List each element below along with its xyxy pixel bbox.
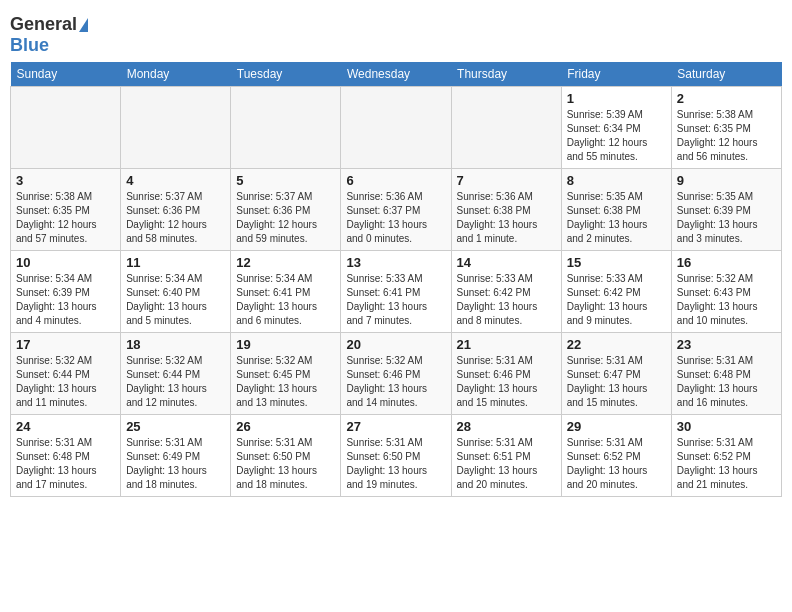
day-info: Sunrise: 5:38 AMSunset: 6:35 PMDaylight:…	[677, 109, 758, 162]
calendar-cell: 16 Sunrise: 5:32 AMSunset: 6:43 PMDaylig…	[671, 251, 781, 333]
calendar-cell: 19 Sunrise: 5:32 AMSunset: 6:45 PMDaylig…	[231, 333, 341, 415]
day-info: Sunrise: 5:32 AMSunset: 6:45 PMDaylight:…	[236, 355, 317, 408]
day-info: Sunrise: 5:37 AMSunset: 6:36 PMDaylight:…	[236, 191, 317, 244]
day-number: 30	[677, 419, 776, 434]
calendar-cell: 22 Sunrise: 5:31 AMSunset: 6:47 PMDaylig…	[561, 333, 671, 415]
day-number: 3	[16, 173, 115, 188]
logo-triangle-icon	[79, 18, 88, 32]
day-number: 21	[457, 337, 556, 352]
calendar-week-row: 3 Sunrise: 5:38 AMSunset: 6:35 PMDayligh…	[11, 169, 782, 251]
day-number: 20	[346, 337, 445, 352]
calendar-cell: 28 Sunrise: 5:31 AMSunset: 6:51 PMDaylig…	[451, 415, 561, 497]
day-number: 25	[126, 419, 225, 434]
page-header: General Blue	[10, 10, 782, 56]
calendar-cell: 20 Sunrise: 5:32 AMSunset: 6:46 PMDaylig…	[341, 333, 451, 415]
day-number: 16	[677, 255, 776, 270]
day-info: Sunrise: 5:34 AMSunset: 6:40 PMDaylight:…	[126, 273, 207, 326]
calendar-cell: 8 Sunrise: 5:35 AMSunset: 6:38 PMDayligh…	[561, 169, 671, 251]
day-number: 10	[16, 255, 115, 270]
day-number: 28	[457, 419, 556, 434]
calendar-cell: 13 Sunrise: 5:33 AMSunset: 6:41 PMDaylig…	[341, 251, 451, 333]
logo: General Blue	[10, 10, 88, 56]
day-number: 19	[236, 337, 335, 352]
calendar-cell: 21 Sunrise: 5:31 AMSunset: 6:46 PMDaylig…	[451, 333, 561, 415]
weekday-header-tuesday: Tuesday	[231, 62, 341, 87]
day-info: Sunrise: 5:39 AMSunset: 6:34 PMDaylight:…	[567, 109, 648, 162]
day-number: 1	[567, 91, 666, 106]
day-info: Sunrise: 5:31 AMSunset: 6:49 PMDaylight:…	[126, 437, 207, 490]
weekday-header-saturday: Saturday	[671, 62, 781, 87]
day-info: Sunrise: 5:38 AMSunset: 6:35 PMDaylight:…	[16, 191, 97, 244]
day-info: Sunrise: 5:32 AMSunset: 6:44 PMDaylight:…	[16, 355, 97, 408]
day-number: 22	[567, 337, 666, 352]
day-info: Sunrise: 5:31 AMSunset: 6:52 PMDaylight:…	[567, 437, 648, 490]
weekday-header-sunday: Sunday	[11, 62, 121, 87]
calendar-cell: 7 Sunrise: 5:36 AMSunset: 6:38 PMDayligh…	[451, 169, 561, 251]
day-info: Sunrise: 5:31 AMSunset: 6:50 PMDaylight:…	[346, 437, 427, 490]
calendar-cell	[341, 87, 451, 169]
day-number: 14	[457, 255, 556, 270]
calendar-cell	[11, 87, 121, 169]
day-number: 12	[236, 255, 335, 270]
weekday-header-friday: Friday	[561, 62, 671, 87]
calendar-cell: 25 Sunrise: 5:31 AMSunset: 6:49 PMDaylig…	[121, 415, 231, 497]
day-number: 13	[346, 255, 445, 270]
day-info: Sunrise: 5:31 AMSunset: 6:52 PMDaylight:…	[677, 437, 758, 490]
day-number: 24	[16, 419, 115, 434]
calendar-cell: 27 Sunrise: 5:31 AMSunset: 6:50 PMDaylig…	[341, 415, 451, 497]
day-number: 5	[236, 173, 335, 188]
day-info: Sunrise: 5:31 AMSunset: 6:48 PMDaylight:…	[16, 437, 97, 490]
calendar-week-row: 17 Sunrise: 5:32 AMSunset: 6:44 PMDaylig…	[11, 333, 782, 415]
weekday-header-wednesday: Wednesday	[341, 62, 451, 87]
calendar-cell: 6 Sunrise: 5:36 AMSunset: 6:37 PMDayligh…	[341, 169, 451, 251]
day-info: Sunrise: 5:31 AMSunset: 6:48 PMDaylight:…	[677, 355, 758, 408]
day-number: 29	[567, 419, 666, 434]
calendar-week-row: 1 Sunrise: 5:39 AMSunset: 6:34 PMDayligh…	[11, 87, 782, 169]
day-number: 8	[567, 173, 666, 188]
day-info: Sunrise: 5:31 AMSunset: 6:46 PMDaylight:…	[457, 355, 538, 408]
day-number: 7	[457, 173, 556, 188]
day-number: 26	[236, 419, 335, 434]
calendar-cell: 15 Sunrise: 5:33 AMSunset: 6:42 PMDaylig…	[561, 251, 671, 333]
day-number: 11	[126, 255, 225, 270]
day-info: Sunrise: 5:33 AMSunset: 6:41 PMDaylight:…	[346, 273, 427, 326]
day-info: Sunrise: 5:32 AMSunset: 6:44 PMDaylight:…	[126, 355, 207, 408]
calendar-cell: 3 Sunrise: 5:38 AMSunset: 6:35 PMDayligh…	[11, 169, 121, 251]
day-info: Sunrise: 5:33 AMSunset: 6:42 PMDaylight:…	[457, 273, 538, 326]
day-number: 6	[346, 173, 445, 188]
calendar-cell: 29 Sunrise: 5:31 AMSunset: 6:52 PMDaylig…	[561, 415, 671, 497]
day-info: Sunrise: 5:36 AMSunset: 6:38 PMDaylight:…	[457, 191, 538, 244]
day-info: Sunrise: 5:33 AMSunset: 6:42 PMDaylight:…	[567, 273, 648, 326]
calendar-table: SundayMondayTuesdayWednesdayThursdayFrid…	[10, 62, 782, 497]
day-info: Sunrise: 5:32 AMSunset: 6:43 PMDaylight:…	[677, 273, 758, 326]
calendar-cell: 23 Sunrise: 5:31 AMSunset: 6:48 PMDaylig…	[671, 333, 781, 415]
day-number: 9	[677, 173, 776, 188]
day-info: Sunrise: 5:31 AMSunset: 6:47 PMDaylight:…	[567, 355, 648, 408]
day-number: 18	[126, 337, 225, 352]
day-number: 2	[677, 91, 776, 106]
day-number: 17	[16, 337, 115, 352]
weekday-header-thursday: Thursday	[451, 62, 561, 87]
calendar-cell	[451, 87, 561, 169]
day-info: Sunrise: 5:34 AMSunset: 6:41 PMDaylight:…	[236, 273, 317, 326]
calendar-cell: 1 Sunrise: 5:39 AMSunset: 6:34 PMDayligh…	[561, 87, 671, 169]
calendar-cell: 18 Sunrise: 5:32 AMSunset: 6:44 PMDaylig…	[121, 333, 231, 415]
calendar-cell: 17 Sunrise: 5:32 AMSunset: 6:44 PMDaylig…	[11, 333, 121, 415]
calendar-week-row: 10 Sunrise: 5:34 AMSunset: 6:39 PMDaylig…	[11, 251, 782, 333]
calendar-cell	[231, 87, 341, 169]
day-info: Sunrise: 5:31 AMSunset: 6:50 PMDaylight:…	[236, 437, 317, 490]
day-info: Sunrise: 5:35 AMSunset: 6:38 PMDaylight:…	[567, 191, 648, 244]
calendar-cell: 26 Sunrise: 5:31 AMSunset: 6:50 PMDaylig…	[231, 415, 341, 497]
day-info: Sunrise: 5:35 AMSunset: 6:39 PMDaylight:…	[677, 191, 758, 244]
logo-general-text: General	[10, 14, 77, 35]
logo-blue-text: Blue	[10, 35, 49, 56]
day-number: 27	[346, 419, 445, 434]
day-info: Sunrise: 5:37 AMSunset: 6:36 PMDaylight:…	[126, 191, 207, 244]
calendar-week-row: 24 Sunrise: 5:31 AMSunset: 6:48 PMDaylig…	[11, 415, 782, 497]
calendar-cell: 30 Sunrise: 5:31 AMSunset: 6:52 PMDaylig…	[671, 415, 781, 497]
calendar-cell: 10 Sunrise: 5:34 AMSunset: 6:39 PMDaylig…	[11, 251, 121, 333]
calendar-cell: 2 Sunrise: 5:38 AMSunset: 6:35 PMDayligh…	[671, 87, 781, 169]
day-info: Sunrise: 5:36 AMSunset: 6:37 PMDaylight:…	[346, 191, 427, 244]
weekday-header-row: SundayMondayTuesdayWednesdayThursdayFrid…	[11, 62, 782, 87]
calendar-cell: 5 Sunrise: 5:37 AMSunset: 6:36 PMDayligh…	[231, 169, 341, 251]
